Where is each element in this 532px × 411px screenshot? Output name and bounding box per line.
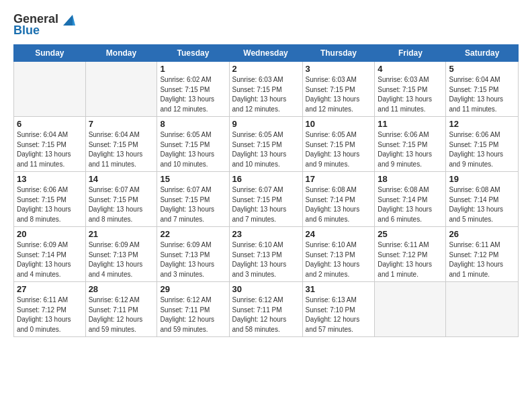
calendar-cell: 14Sunrise: 6:07 AM Sunset: 7:15 PM Dayli… [85, 172, 157, 227]
day-number: 20 [17, 229, 83, 239]
day-number: 10 [306, 119, 372, 129]
calendar-cell: 15Sunrise: 6:07 AM Sunset: 7:15 PM Dayli… [157, 172, 229, 227]
calendar-cell: 12Sunrise: 6:06 AM Sunset: 7:15 PM Dayli… [446, 117, 519, 172]
calendar-cell: 1Sunrise: 6:02 AM Sunset: 7:15 PM Daylig… [157, 62, 229, 117]
day-info: Sunrise: 6:11 AM Sunset: 7:12 PM Dayligh… [378, 240, 443, 279]
logo-triangle-icon [60, 13, 75, 26]
week-row-4: 20Sunrise: 6:09 AM Sunset: 7:14 PM Dayli… [14, 227, 519, 282]
weekday-header-wednesday: Wednesday [229, 45, 302, 62]
day-number: 16 [232, 174, 300, 184]
week-row-5: 27Sunrise: 6:11 AM Sunset: 7:12 PM Dayli… [14, 282, 519, 337]
calendar-cell: 3Sunrise: 6:03 AM Sunset: 7:15 PM Daylig… [302, 62, 375, 117]
day-number: 3 [306, 64, 372, 74]
calendar-cell: 9Sunrise: 6:05 AM Sunset: 7:15 PM Daylig… [229, 117, 302, 172]
day-number: 4 [378, 64, 443, 74]
weekday-header-row: SundayMondayTuesdayWednesdayThursdayFrid… [14, 45, 519, 62]
day-number: 17 [306, 174, 372, 184]
calendar-cell: 22Sunrise: 6:09 AM Sunset: 7:13 PM Dayli… [157, 227, 229, 282]
day-info: Sunrise: 6:09 AM Sunset: 7:14 PM Dayligh… [17, 240, 83, 279]
day-number: 12 [449, 119, 515, 129]
day-info: Sunrise: 6:05 AM Sunset: 7:15 PM Dayligh… [232, 130, 300, 169]
calendar-cell: 21Sunrise: 6:09 AM Sunset: 7:13 PM Dayli… [85, 227, 157, 282]
day-number: 30 [232, 284, 300, 294]
day-number: 21 [89, 229, 154, 239]
svg-marker-1 [73, 15, 75, 26]
day-number: 11 [378, 119, 443, 129]
calendar-cell: 31Sunrise: 6:13 AM Sunset: 7:10 PM Dayli… [302, 282, 375, 337]
day-info: Sunrise: 6:03 AM Sunset: 7:15 PM Dayligh… [306, 75, 372, 114]
day-number: 6 [17, 119, 83, 129]
calendar-cell: 13Sunrise: 6:06 AM Sunset: 7:15 PM Dayli… [14, 172, 86, 227]
calendar-cell: 25Sunrise: 6:11 AM Sunset: 7:12 PM Dayli… [375, 227, 446, 282]
day-info: Sunrise: 6:04 AM Sunset: 7:15 PM Dayligh… [449, 75, 515, 114]
day-info: Sunrise: 6:02 AM Sunset: 7:15 PM Dayligh… [160, 75, 226, 114]
svg-marker-0 [63, 15, 73, 26]
day-number: 19 [449, 174, 515, 184]
calendar-cell: 19Sunrise: 6:08 AM Sunset: 7:14 PM Dayli… [446, 172, 519, 227]
calendar-cell: 16Sunrise: 6:07 AM Sunset: 7:15 PM Dayli… [229, 172, 302, 227]
calendar-cell: 23Sunrise: 6:10 AM Sunset: 7:13 PM Dayli… [229, 227, 302, 282]
day-number: 24 [306, 229, 372, 239]
day-info: Sunrise: 6:12 AM Sunset: 7:11 PM Dayligh… [160, 295, 226, 334]
calendar-cell [446, 282, 519, 337]
day-number: 5 [449, 64, 515, 74]
weekday-header-tuesday: Tuesday [157, 45, 229, 62]
day-info: Sunrise: 6:05 AM Sunset: 7:15 PM Dayligh… [160, 130, 226, 169]
day-number: 29 [160, 284, 226, 294]
day-number: 25 [378, 229, 443, 239]
day-number: 18 [378, 174, 443, 184]
calendar-cell: 28Sunrise: 6:12 AM Sunset: 7:11 PM Dayli… [85, 282, 157, 337]
day-number: 31 [306, 284, 372, 294]
day-info: Sunrise: 6:12 AM Sunset: 7:11 PM Dayligh… [89, 295, 154, 334]
calendar-cell: 27Sunrise: 6:11 AM Sunset: 7:12 PM Dayli… [14, 282, 86, 337]
day-number: 8 [160, 119, 226, 129]
logo-blue-text: Blue [13, 24, 40, 38]
calendar-cell: 24Sunrise: 6:10 AM Sunset: 7:13 PM Dayli… [302, 227, 375, 282]
week-row-3: 13Sunrise: 6:06 AM Sunset: 7:15 PM Dayli… [14, 172, 519, 227]
day-info: Sunrise: 6:05 AM Sunset: 7:15 PM Dayligh… [306, 130, 372, 169]
day-number: 9 [232, 119, 300, 129]
calendar-cell: 30Sunrise: 6:12 AM Sunset: 7:11 PM Dayli… [229, 282, 302, 337]
calendar-cell: 7Sunrise: 6:04 AM Sunset: 7:15 PM Daylig… [85, 117, 157, 172]
day-info: Sunrise: 6:10 AM Sunset: 7:13 PM Dayligh… [306, 240, 372, 279]
day-info: Sunrise: 6:09 AM Sunset: 7:13 PM Dayligh… [160, 240, 226, 279]
day-info: Sunrise: 6:11 AM Sunset: 7:12 PM Dayligh… [449, 240, 515, 279]
calendar-cell: 26Sunrise: 6:11 AM Sunset: 7:12 PM Dayli… [446, 227, 519, 282]
day-info: Sunrise: 6:09 AM Sunset: 7:13 PM Dayligh… [89, 240, 154, 279]
calendar-cell: 2Sunrise: 6:03 AM Sunset: 7:15 PM Daylig… [229, 62, 302, 117]
calendar-cell: 4Sunrise: 6:03 AM Sunset: 7:15 PM Daylig… [375, 62, 446, 117]
calendar-cell [85, 62, 157, 117]
day-info: Sunrise: 6:07 AM Sunset: 7:15 PM Dayligh… [160, 185, 226, 224]
day-info: Sunrise: 6:08 AM Sunset: 7:14 PM Dayligh… [449, 185, 515, 224]
calendar-cell: 17Sunrise: 6:08 AM Sunset: 7:14 PM Dayli… [302, 172, 375, 227]
day-info: Sunrise: 6:12 AM Sunset: 7:11 PM Dayligh… [232, 295, 300, 334]
day-number: 7 [89, 119, 154, 129]
day-number: 15 [160, 174, 226, 184]
calendar-table: SundayMondayTuesdayWednesdayThursdayFrid… [13, 44, 519, 337]
day-number: 2 [232, 64, 300, 74]
day-number: 26 [449, 229, 515, 239]
day-info: Sunrise: 6:11 AM Sunset: 7:12 PM Dayligh… [17, 295, 83, 334]
day-info: Sunrise: 6:04 AM Sunset: 7:15 PM Dayligh… [89, 130, 154, 169]
day-info: Sunrise: 6:10 AM Sunset: 7:13 PM Dayligh… [232, 240, 300, 279]
day-info: Sunrise: 6:03 AM Sunset: 7:15 PM Dayligh… [232, 75, 300, 114]
calendar-cell [14, 62, 86, 117]
week-row-1: 1Sunrise: 6:02 AM Sunset: 7:15 PM Daylig… [14, 62, 519, 117]
day-info: Sunrise: 6:08 AM Sunset: 7:14 PM Dayligh… [378, 185, 443, 224]
calendar-cell: 6Sunrise: 6:04 AM Sunset: 7:15 PM Daylig… [14, 117, 86, 172]
weekday-header-friday: Friday [375, 45, 446, 62]
weekday-header-monday: Monday [85, 45, 157, 62]
calendar-cell: 10Sunrise: 6:05 AM Sunset: 7:15 PM Dayli… [302, 117, 375, 172]
day-number: 22 [160, 229, 226, 239]
day-info: Sunrise: 6:06 AM Sunset: 7:15 PM Dayligh… [378, 130, 443, 169]
header: General Blue [13, 12, 519, 38]
day-info: Sunrise: 6:08 AM Sunset: 7:14 PM Dayligh… [306, 185, 372, 224]
calendar-cell: 20Sunrise: 6:09 AM Sunset: 7:14 PM Dayli… [14, 227, 86, 282]
logo: General Blue [13, 12, 75, 38]
week-row-2: 6Sunrise: 6:04 AM Sunset: 7:15 PM Daylig… [14, 117, 519, 172]
day-info: Sunrise: 6:07 AM Sunset: 7:15 PM Dayligh… [89, 185, 154, 224]
day-info: Sunrise: 6:07 AM Sunset: 7:15 PM Dayligh… [232, 185, 300, 224]
logo-container: General Blue [13, 12, 75, 38]
calendar-cell: 8Sunrise: 6:05 AM Sunset: 7:15 PM Daylig… [157, 117, 229, 172]
day-info: Sunrise: 6:06 AM Sunset: 7:15 PM Dayligh… [17, 185, 83, 224]
